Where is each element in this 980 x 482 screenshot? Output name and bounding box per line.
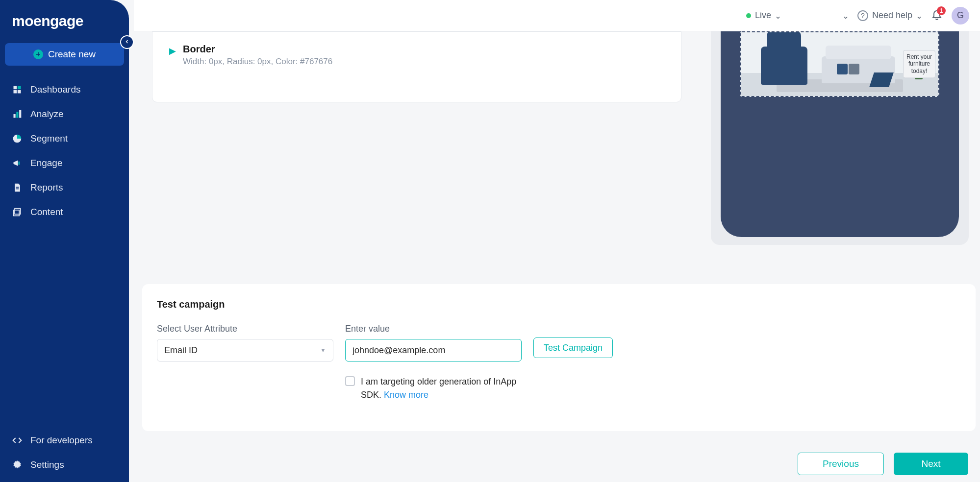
svg-rect-7 bbox=[19, 162, 20, 165]
notifications-button[interactable]: 1 bbox=[931, 8, 943, 23]
svg-rect-9 bbox=[16, 189, 19, 190]
chevron-left-icon bbox=[124, 38, 130, 46]
sidebar-item-label: Engage bbox=[30, 158, 63, 169]
test-campaign-button[interactable]: Test Campaign bbox=[533, 337, 613, 358]
preview-panel: Rent your furniture today! bbox=[711, 31, 969, 245]
room-scene: Rent your furniture today! bbox=[741, 32, 938, 96]
svg-rect-6 bbox=[19, 110, 21, 118]
svg-rect-3 bbox=[18, 90, 21, 94]
preview-overlay-text: Rent your furniture today! bbox=[903, 50, 935, 78]
svg-rect-0 bbox=[14, 86, 17, 90]
segment-icon bbox=[12, 133, 23, 144]
know-more-link[interactable]: Know more bbox=[384, 390, 428, 400]
sidebar-item-label: Settings bbox=[30, 459, 64, 470]
next-button[interactable]: Next bbox=[894, 453, 968, 475]
avatar[interactable]: G bbox=[952, 7, 969, 24]
wizard-footer: Previous Next bbox=[798, 453, 968, 475]
create-new-label: Create new bbox=[48, 49, 96, 60]
user-attribute-selected: Email ID bbox=[164, 345, 198, 356]
sidebar-item-developers[interactable]: For developers bbox=[0, 428, 129, 453]
svg-rect-5 bbox=[16, 112, 18, 118]
sidebar-item-label: Segment bbox=[30, 133, 68, 144]
content-icon bbox=[12, 207, 23, 217]
border-subtitle: Width: 0px, Radius: 0px, Color: #767676 bbox=[183, 57, 332, 67]
need-help-dropdown[interactable]: ? Need help bbox=[857, 10, 922, 21]
workspace-dropdown[interactable] bbox=[790, 13, 849, 19]
topbar: Live ? Need help 1 G bbox=[134, 0, 980, 31]
border-settings-panel: ▶ Border Width: 0px, Radius: 0px, Color:… bbox=[152, 31, 681, 102]
sidebar-item-dashboards[interactable]: Dashboards bbox=[0, 77, 129, 102]
sidebar-item-settings[interactable]: Settings bbox=[0, 453, 129, 477]
svg-rect-2 bbox=[14, 90, 17, 94]
chevron-down-icon bbox=[843, 13, 849, 19]
sidebar-item-analyze[interactable]: Analyze bbox=[0, 102, 129, 126]
sidebar-item-label: Dashboards bbox=[30, 84, 80, 95]
sidebar-item-label: For developers bbox=[30, 435, 93, 446]
secondary-nav: For developers Settings bbox=[0, 428, 129, 477]
svg-rect-8 bbox=[16, 187, 19, 188]
analyze-icon bbox=[12, 109, 23, 120]
older-sdk-checkbox[interactable] bbox=[345, 376, 355, 386]
plus-icon: + bbox=[33, 49, 43, 59]
enter-value-label: Enter value bbox=[345, 324, 522, 334]
chevron-down-icon bbox=[775, 13, 781, 19]
sidebar-item-engage[interactable]: Engage bbox=[0, 151, 129, 175]
gear-icon bbox=[12, 459, 23, 470]
dashboards-icon bbox=[12, 84, 23, 95]
sidebar-item-label: Analyze bbox=[30, 109, 64, 120]
svg-rect-1 bbox=[18, 86, 21, 90]
test-campaign-panel: Test campaign Select User Attribute Emai… bbox=[142, 284, 976, 431]
status-dot-icon bbox=[746, 13, 751, 18]
avatar-initial: G bbox=[957, 10, 964, 21]
previous-button[interactable]: Previous bbox=[798, 453, 884, 475]
caret-right-icon: ▶ bbox=[169, 46, 176, 56]
svg-rect-4 bbox=[14, 114, 16, 118]
environment-status-dropdown[interactable]: Live bbox=[746, 10, 781, 21]
reports-icon bbox=[12, 182, 23, 193]
older-sdk-checkbox-label: I am targeting older generation of InApp… bbox=[361, 375, 522, 402]
chevron-down-icon bbox=[916, 13, 922, 19]
help-label: Need help bbox=[872, 10, 912, 21]
sidebar-item-content[interactable]: Content bbox=[0, 200, 129, 224]
sidebar-collapse-toggle[interactable] bbox=[120, 35, 134, 49]
engage-icon bbox=[12, 158, 23, 169]
user-attribute-select[interactable]: Email ID ▼ bbox=[157, 339, 333, 362]
user-attribute-label: Select User Attribute bbox=[157, 324, 333, 334]
preview-image: Rent your furniture today! bbox=[740, 31, 939, 97]
brand-logo: moengage bbox=[0, 9, 129, 43]
notification-badge: 1 bbox=[937, 6, 946, 15]
status-label: Live bbox=[755, 10, 771, 21]
caret-down-icon: ▼ bbox=[320, 347, 326, 354]
help-icon: ? bbox=[857, 10, 868, 21]
create-new-button[interactable]: + Create new bbox=[5, 43, 124, 66]
code-icon bbox=[12, 435, 23, 446]
test-campaign-title: Test campaign bbox=[157, 299, 961, 310]
sidebar-item-reports[interactable]: Reports bbox=[0, 175, 129, 200]
phone-frame: Rent your furniture today! bbox=[721, 31, 959, 237]
enter-value-input[interactable] bbox=[345, 339, 522, 362]
primary-nav: Dashboards Analyze Segment Engage Report… bbox=[0, 77, 129, 428]
sidebar-item-label: Reports bbox=[30, 182, 63, 193]
sidebar-item-segment[interactable]: Segment bbox=[0, 126, 129, 151]
border-title: Border bbox=[183, 44, 332, 55]
sidebar: moengage + Create new Dashboards Analyze… bbox=[0, 0, 129, 482]
sidebar-item-label: Content bbox=[30, 207, 63, 217]
border-accordion-toggle[interactable]: ▶ Border Width: 0px, Radius: 0px, Color:… bbox=[169, 44, 664, 67]
